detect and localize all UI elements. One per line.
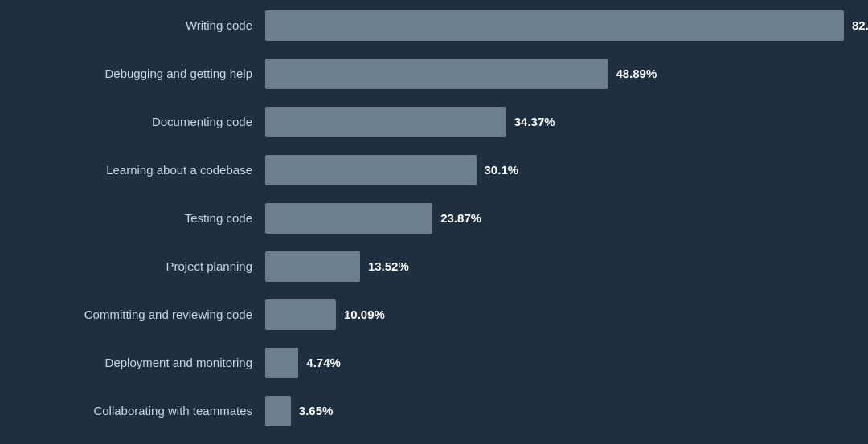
bar-area: 23.87% — [265, 203, 852, 234]
bar-percentage: 13.52% — [368, 259, 409, 273]
bar-row: Deployment and monitoring4.74% — [16, 343, 852, 383]
bar-row: Writing code82.55% — [16, 6, 852, 46]
bar-percentage: 4.74% — [306, 356, 341, 369]
bar-row: Testing code23.87% — [16, 198, 852, 238]
bar-percentage: 10.09% — [344, 308, 385, 321]
bar-percentage: 23.87% — [440, 211, 481, 225]
bar-label: Writing code — [16, 18, 265, 32]
bar-fill — [265, 251, 360, 282]
bar-label: Deployment and monitoring — [16, 356, 265, 369]
bar-row: Committing and reviewing code10.09% — [16, 295, 852, 335]
bar-row: Debugging and getting help48.89% — [16, 54, 852, 94]
bar-area: 30.1% — [265, 155, 852, 185]
bar-fill — [265, 299, 336, 330]
bar-chart: Writing code82.55%Debugging and getting … — [8, 0, 860, 444]
bar-fill — [265, 203, 432, 234]
bar-fill — [265, 107, 506, 137]
bar-label: Debugging and getting help — [16, 67, 265, 80]
bar-row: Collaborating with teammates3.65% — [16, 391, 852, 431]
bar-label: Collaborating with teammates — [16, 404, 265, 418]
bar-row: Learning about a codebase30.1% — [16, 150, 852, 190]
bar-row: Documenting code34.37% — [16, 102, 852, 142]
bar-area: 82.55% — [265, 10, 868, 41]
bar-area: 13.52% — [265, 251, 852, 282]
bar-percentage: 34.37% — [514, 115, 555, 128]
bar-fill — [265, 348, 298, 378]
bar-area: 10.09% — [265, 299, 852, 330]
bar-fill — [265, 10, 844, 41]
bar-label: Documenting code — [16, 115, 265, 128]
bar-percentage: 30.1% — [485, 163, 519, 177]
bar-percentage: 82.55% — [852, 18, 868, 32]
bar-area: 48.89% — [265, 59, 852, 89]
bar-percentage: 3.65% — [299, 404, 334, 418]
bar-label: Committing and reviewing code — [16, 308, 265, 321]
bar-area: 3.65% — [265, 396, 852, 426]
bar-label: Project planning — [16, 259, 265, 273]
bar-fill — [265, 59, 608, 89]
bar-fill — [265, 155, 477, 185]
bar-percentage: 48.89% — [616, 67, 657, 80]
bar-label: Learning about a codebase — [16, 163, 265, 177]
bar-label: Testing code — [16, 211, 265, 225]
bar-fill — [265, 396, 291, 426]
bar-area: 4.74% — [265, 348, 852, 378]
bar-row: Project planning13.52% — [16, 246, 852, 287]
bar-area: 34.37% — [265, 107, 852, 137]
